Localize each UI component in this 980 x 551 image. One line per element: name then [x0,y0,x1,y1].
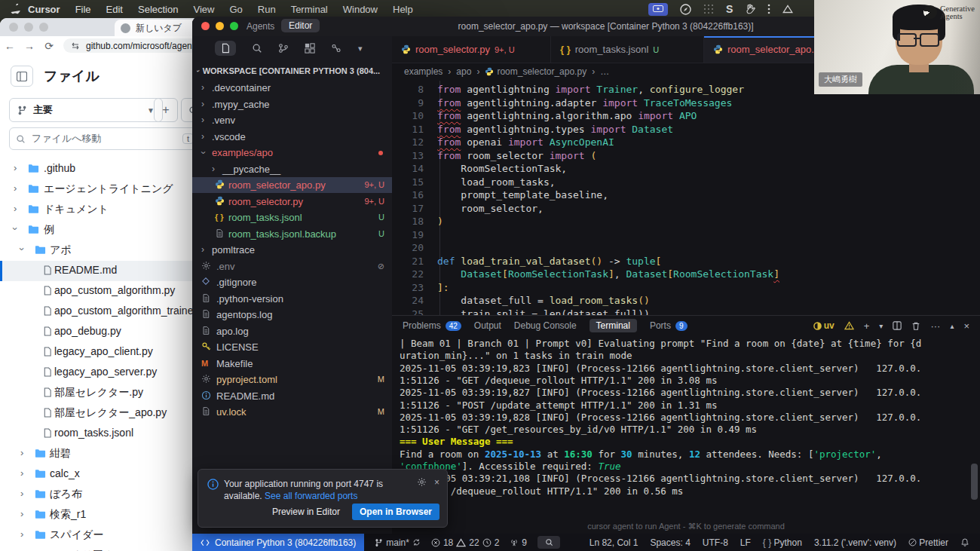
site-info-icon[interactable] [71,41,80,51]
menubar-item-help[interactable]: Help [393,4,413,15]
explorer-item-room_selector_apo.py[interactable]: room_selector_apo.py9+, U [192,177,392,193]
close-panel-icon[interactable]: × [963,320,969,332]
files-icon[interactable] [215,41,236,56]
explorer-item-room_tasks.jsonl[interactable]: { }room_tasks.jsonlU [192,210,392,225]
menubar-item-selection[interactable]: Selection [138,4,178,15]
add-file-button[interactable]: + [154,98,178,122]
explorer-item-.gitignore[interactable]: .gitignore [192,274,392,290]
extensions-icon[interactable] [305,43,315,54]
explorer-item-.vscode[interactable]: ›.vscode [192,129,392,145]
explorer-item-.python-version[interactable]: .python-version [192,291,392,307]
explorer-item-pomltrace[interactable]: ›pomltrace [192,242,392,258]
menubar-item-terminal[interactable]: Terminal [291,4,328,15]
line-col-indicator[interactable]: Ln 82, Col 1 [590,537,639,548]
branch-indicator[interactable]: main* [375,537,421,548]
eol-indicator[interactable]: LF [740,537,751,548]
mode-tab-editor[interactable]: Editor [281,19,320,32]
hand-icon[interactable] [745,4,755,14]
breadcrumb-item-examples[interactable]: examples [404,66,443,77]
code-editor[interactable]: 8from agentlightning import Trainer, con… [392,81,980,315]
notifications-bell-icon[interactable] [960,537,969,547]
minimize-window-button[interactable] [216,22,224,30]
explorer-item-room_tasks.jsonl.backup[interactable]: room_tasks.jsonl.backupU [192,226,392,242]
python-interpreter-indicator[interactable]: 3.11.2 ('.venv': venv) [814,537,896,548]
browser-window-controls[interactable] [9,23,48,32]
menubar-item-edit[interactable]: Edit [106,4,123,15]
explorer-item-README.md[interactable]: README.md [192,388,392,404]
apple-menu-icon[interactable] [11,4,20,15]
panel-tab-ports[interactable]: Ports9 [650,320,688,331]
editor-tab-room_tasks.jsonl[interactable]: { }room_tasks.jsonlU [551,36,704,63]
menubar-item-file[interactable]: File [75,4,91,15]
explorer-item-examples/apo[interactable]: ›examples/apo [192,145,392,161]
goto-file-input[interactable]: ファイルへ移動 t [9,127,201,150]
menubar-item-cursor[interactable]: Cursor [28,4,60,15]
more-dots-icon[interactable] [767,4,770,14]
compass-icon[interactable] [680,4,691,15]
triangle-icon[interactable] [782,5,793,14]
forwarded-ports-link[interactable]: See all forwarded ports [265,491,357,501]
menubar-item-run[interactable]: Run [258,4,276,15]
preview-in-editor-button[interactable]: Preview in Editor [268,504,345,519]
panel-tab-output[interactable]: Output [474,320,501,331]
notification-close-icon[interactable]: × [434,477,439,488]
vscode-window-controls[interactable] [201,22,238,30]
statusbar-search-button[interactable] [537,536,560,549]
maximize-panel-icon[interactable]: ▴ [950,322,954,330]
collapse-panel-icon[interactable] [11,66,33,87]
ports-indicator[interactable]: 9 [510,537,527,548]
uv-env-indicator[interactable]: uv [813,320,835,331]
explorer-item-__pycache__[interactable]: ›__pycache__ [192,161,392,177]
terminal-scrollbar[interactable] [971,464,978,500]
explorer-item-.mypy_cache[interactable]: ›.mypy_cache [192,96,392,112]
screen-share-icon[interactable] [648,3,668,16]
notification-settings-icon[interactable] [417,477,427,488]
explorer-item-Makefile[interactable]: MMakefile [192,356,392,372]
explorer-item-pyproject.toml[interactable]: pyproject.tomlM [192,372,392,387]
split-terminal-icon[interactable] [893,321,902,330]
explorer-item-LICENSE[interactable]: LICENSE [192,339,392,355]
zoom-window-button[interactable] [39,23,48,32]
indentation-indicator[interactable]: Spaces: 4 [650,537,690,548]
language-indicator[interactable]: { } Python [763,537,802,548]
explorer-item-uv.lock[interactable]: uv.lockM [192,404,392,420]
back-button[interactable]: ← [0,40,20,52]
minimize-window-button[interactable] [24,23,33,32]
close-window-button[interactable] [201,22,210,30]
terminal-output[interactable]: | Beam 01 | Branch 01 | Prompt v0] Evalu… [400,338,975,507]
open-in-browser-button[interactable]: Open in Browser [352,504,439,520]
panel-tab-terminal[interactable]: Terminal [590,319,637,332]
forward-button[interactable]: → [20,40,39,52]
reload-button[interactable]: ⟳ [39,40,59,52]
menubar-item-go[interactable]: Go [229,4,242,15]
explorer-item-.venv[interactable]: ›.venv [192,112,392,128]
remote-agent-icon[interactable] [331,43,342,54]
breadcrumb-item-apo[interactable]: apo [456,66,471,77]
terminal-dropdown-icon[interactable]: ▾ [879,322,883,330]
kill-terminal-icon[interactable] [911,321,920,331]
breadcrumb-item-room_selector_apo.py[interactable]: room_selector_apo.py [485,66,586,77]
new-terminal-icon[interactable]: + [864,320,870,332]
search-icon[interactable] [252,43,262,54]
breadcrumb-item-…[interactable]: … [600,66,609,77]
menubar-item-window[interactable]: Window [343,4,378,15]
workspace-header[interactable]: ›WORKSPACE [CONTAINER PYTHON 3 (804... [197,66,387,75]
formatter-indicator[interactable]: Prettier [908,537,948,548]
encoding-indicator[interactable]: UTF-8 [703,537,728,548]
s-logo-icon[interactable]: S [726,3,733,15]
problems-indicator[interactable]: 18 22 2 [431,537,499,548]
explorer-item-.devcontainer[interactable]: ›.devcontainer [192,80,392,96]
editor-tab-room_selector.py[interactable]: room_selector.py9+, U [392,36,551,63]
panel-tab-problems[interactable]: Problems42 [403,320,461,331]
mode-tab-agents[interactable]: Agents [247,21,274,32]
menubar-item-view[interactable]: View [193,4,214,15]
explorer-item-agentops.log[interactable]: agentops.log [192,307,392,323]
explorer-item-.env[interactable]: .env⊘ [192,259,392,274]
zoom-window-button[interactable] [230,22,238,30]
branch-selector[interactable]: 主要 ▼ [9,98,163,122]
remote-indicator[interactable]: Container Python 3 (804226ffb163) [192,534,364,551]
explorer-item-apo.log[interactable]: apo.log [192,323,392,339]
dot-grid-icon[interactable] [703,4,714,14]
source-control-icon[interactable] [278,43,289,54]
chevron-down-icon[interactable]: ▾ [358,44,363,54]
